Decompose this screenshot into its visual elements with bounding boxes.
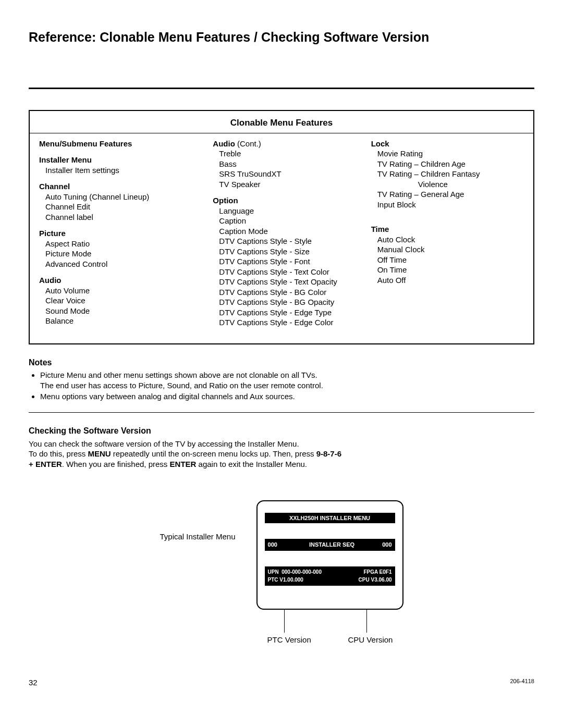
group-audio: Audio Auto Volume Clear Voice Sound Mode… — [39, 275, 192, 326]
group-title: Picture — [39, 228, 192, 239]
group-picture: Picture Aspect Ratio Picture Mode Advanc… — [39, 228, 192, 269]
list-item: DTV Captions Style - Font — [213, 256, 365, 267]
list-item: TV Speaker — [213, 179, 365, 190]
list-item: Clear Voice — [39, 295, 192, 306]
group-audio-cont: Audio (Cont.) Treble Bass SRS TruSoundXT… — [213, 139, 365, 190]
group-title: Installer Menu — [39, 155, 192, 165]
panel-row: 000 INSTALLER SEQ 000 — [265, 539, 395, 550]
group-channel: Channel Auto Tuning (Channel Lineup) Cha… — [39, 181, 192, 222]
list-item: TV Rating – General Age — [371, 189, 524, 200]
list-item: DTV Captions Style - Text Opacity — [213, 277, 365, 287]
list-item: Installer Item settings — [39, 165, 192, 176]
ptc-value: PTC V1.00.000 — [268, 576, 303, 584]
list-item: Input Block — [371, 200, 524, 210]
installer-label: Typical Installer Menu — [160, 500, 235, 542]
page-number: 32 — [29, 677, 38, 688]
divider-thin — [29, 412, 534, 413]
cpu-value: CPU V3.06.00 — [359, 576, 392, 584]
list-item: Auto Off — [371, 275, 524, 286]
list-item: TV Rating – Children Fantasy — [371, 169, 524, 179]
note-item: Menu options vary between analog and dig… — [40, 391, 534, 402]
list-item: DTV Captions Style - Size — [213, 246, 365, 257]
list-item: Bass — [213, 159, 365, 169]
list-item: Treble — [213, 149, 365, 159]
installer-panel: XXLH250H INSTALLER MENU 000 INSTALLER SE… — [256, 500, 403, 610]
list-item: On Time — [371, 265, 524, 275]
list-item: Auto Volume — [39, 286, 192, 296]
installer-menu-figure: Typical Installer Menu XXLH250H INSTALLE… — [29, 500, 534, 646]
list-item: Advanced Control — [39, 259, 192, 269]
group-title: Lock — [371, 139, 524, 149]
page-footer: 32 206-4118 — [29, 677, 534, 688]
column-3: Lock Movie Rating TV Rating – Children A… — [366, 139, 524, 334]
group-title: Audio (Cont.) — [213, 139, 365, 149]
list-item: TV Rating – Children Age — [371, 159, 524, 169]
panel-row-left: 000 — [268, 541, 277, 548]
panel-title: XXLH250H INSTALLER MENU — [265, 513, 395, 523]
list-item: Channel Edit — [39, 202, 192, 212]
group-time: Time Auto Clock Manual Clock Off Time On… — [371, 224, 524, 285]
panel-footer: UPN 000-000-000-000 FPGA E0F1 PTC V1.00.… — [265, 566, 395, 586]
group-title: Channel — [39, 181, 192, 192]
box-title: Clonable Menu Features — [30, 111, 533, 133]
group-installer: Installer Menu Installer Item settings — [39, 155, 192, 175]
list-item: Off Time — [371, 255, 524, 265]
list-item: DTV Captions Style - BG Opacity — [213, 297, 365, 307]
sv-title: Checking the Software Version — [29, 426, 534, 437]
list-item: Aspect Ratio — [39, 239, 192, 249]
group-lock: Lock Movie Rating TV Rating – Children A… — [371, 139, 524, 210]
list-item: DTV Captions Style - Text Color — [213, 267, 365, 277]
list-item: Caption Mode — [213, 226, 365, 237]
list-item: Manual Clock — [371, 244, 524, 255]
list-item: Movie Rating — [371, 149, 524, 159]
version-callouts: PTC Version CPU Version — [257, 610, 403, 646]
callout-line — [284, 610, 285, 633]
list-item: Auto Clock — [371, 235, 524, 245]
column-1: Menu/Submenu Features Installer Menu Ins… — [39, 139, 192, 334]
group-title: Option — [213, 195, 365, 206]
list-item: Auto Tuning (Channel Lineup) — [39, 192, 192, 202]
panel-row-mid: INSTALLER SEQ — [309, 541, 354, 548]
list-item: Balance — [39, 316, 192, 326]
col1-header: Menu/Submenu Features — [39, 139, 192, 149]
list-item: DTV Captions Style - Edge Type — [213, 307, 365, 318]
list-item: Caption — [213, 216, 365, 226]
document-number: 206-4118 — [510, 677, 535, 688]
list-item: Violence — [371, 179, 524, 190]
column-2: Audio (Cont.) Treble Bass SRS TruSoundXT… — [192, 139, 365, 334]
cpu-version-label: CPU Version — [348, 635, 393, 645]
group-title: Time — [371, 224, 524, 235]
notes-section: Notes Picture Menu and other menu settin… — [29, 357, 534, 402]
list-item: SRS TruSoundXT — [213, 169, 365, 179]
page-title: Reference: Clonable Menu Features / Chec… — [29, 29, 534, 46]
sv-text: You can check the software version of th… — [29, 439, 534, 470]
list-item: Sound Mode — [39, 306, 192, 316]
group-option: Option Language Caption Caption Mode DTV… — [213, 195, 365, 328]
ptc-version-label: PTC Version — [267, 635, 311, 645]
list-item: DTV Captions Style - BG Color — [213, 287, 365, 298]
group-title: Audio — [39, 275, 192, 286]
list-item: Picture Mode — [39, 249, 192, 259]
note-item: Picture Menu and other menu settings sho… — [40, 370, 534, 390]
notes-title: Notes — [29, 357, 534, 368]
panel-row-right: 000 — [382, 541, 391, 548]
clonable-features-box: Clonable Menu Features Menu/Submenu Feat… — [29, 110, 534, 344]
callout-line — [366, 610, 367, 633]
list-item: DTV Captions Style - Edge Color — [213, 317, 365, 328]
divider-thick — [29, 88, 534, 89]
list-item: Language — [213, 206, 365, 216]
list-item: Channel label — [39, 212, 192, 223]
software-version-section: Checking the Software Version You can ch… — [29, 426, 534, 646]
box-body: Menu/Submenu Features Installer Menu Ins… — [30, 133, 533, 343]
list-item: DTV Captions Style - Style — [213, 236, 365, 246]
